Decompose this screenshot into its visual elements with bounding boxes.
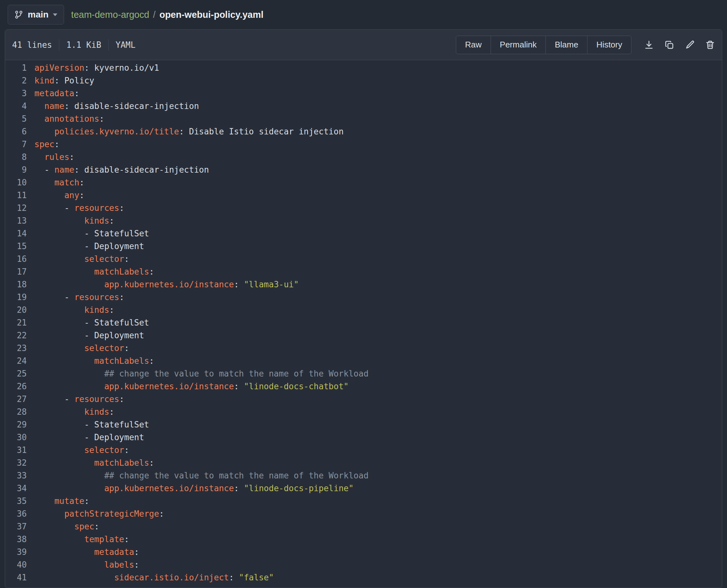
line-number[interactable]: 1	[5, 61, 35, 74]
line-number[interactable]: 21	[5, 316, 35, 329]
line-number[interactable]: 12	[5, 202, 35, 214]
code-text: ## change the value to match the name of…	[35, 469, 369, 482]
file-lines-count: 41 lines	[12, 40, 52, 50]
code-viewer: 1apiVersion: kyverno.io/v12kind: Policy3…	[5, 60, 722, 588]
line-number[interactable]: 5	[5, 112, 35, 125]
code-text: - StatefulSet	[35, 316, 149, 329]
copy-icon	[665, 40, 674, 50]
line-number[interactable]: 19	[5, 291, 35, 303]
code-line: 37 spec:	[5, 520, 722, 533]
code-text: matchLabels:	[35, 457, 154, 469]
file-header: 41 lines 1.1 KiB YAML Raw Permalink Blam…	[5, 29, 722, 60]
code-text: name: disable-sidecar-injection	[35, 100, 199, 112]
code-text: - resources:	[35, 202, 124, 214]
line-number[interactable]: 41	[5, 571, 35, 584]
file-language: YAML	[116, 40, 136, 50]
line-number[interactable]: 23	[5, 342, 35, 355]
line-number[interactable]: 27	[5, 393, 35, 405]
line-number[interactable]: 31	[5, 444, 35, 457]
line-number[interactable]: 3	[5, 87, 35, 100]
line-number[interactable]: 40	[5, 559, 35, 571]
breadcrumb-repo-link[interactable]: team-demo-argocd	[71, 9, 149, 20]
line-number[interactable]: 13	[5, 214, 35, 227]
line-number[interactable]: 6	[5, 125, 35, 138]
code-text: rules:	[35, 151, 74, 163]
code-text: apiVersion: kyverno.io/v1	[35, 61, 159, 74]
code-text: spec:	[35, 520, 99, 533]
code-line: 15 - Deployment	[5, 240, 722, 253]
line-number[interactable]: 14	[5, 227, 35, 240]
edit-button[interactable]	[685, 40, 694, 50]
code-text: - name: disable-sidecar-injection	[35, 163, 209, 176]
line-number[interactable]: 26	[5, 380, 35, 393]
line-number[interactable]: 8	[5, 151, 35, 163]
line-number[interactable]: 10	[5, 176, 35, 189]
line-number[interactable]: 11	[5, 189, 35, 202]
line-number[interactable]: 7	[5, 138, 35, 151]
code-line: 17 matchLabels:	[5, 265, 722, 278]
code-line: 30 - Deployment	[5, 431, 722, 444]
line-number[interactable]: 2	[5, 74, 35, 87]
blame-button[interactable]: Blame	[545, 36, 587, 54]
file-actions: Raw Permalink Blame History	[456, 36, 715, 54]
code-line: 12 - resources:	[5, 202, 722, 214]
line-number[interactable]: 22	[5, 329, 35, 342]
line-number[interactable]: 16	[5, 253, 35, 265]
line-number[interactable]: 17	[5, 265, 35, 278]
code-text: ## change the value to match the name of…	[35, 367, 369, 380]
code-line: 39 metadata:	[5, 546, 722, 559]
code-text: matchLabels:	[35, 355, 154, 367]
copy-button[interactable]	[665, 40, 674, 50]
code-line: 2kind: Policy	[5, 74, 722, 87]
line-number[interactable]: 34	[5, 482, 35, 495]
line-number[interactable]: 33	[5, 469, 35, 482]
trash-icon	[705, 40, 715, 50]
line-number[interactable]: 9	[5, 163, 35, 176]
download-icon	[644, 40, 654, 50]
line-number[interactable]: 38	[5, 533, 35, 546]
permalink-button[interactable]: Permalink	[491, 36, 546, 54]
line-number[interactable]: 24	[5, 355, 35, 367]
download-button[interactable]	[644, 40, 654, 50]
line-number[interactable]: 29	[5, 418, 35, 431]
line-number[interactable]: 25	[5, 367, 35, 380]
code-line: 11 any:	[5, 189, 722, 202]
code-text: app.kubernetes.io/instance: "llama3-ui"	[35, 278, 299, 291]
code-line: 28 kinds:	[5, 405, 722, 418]
code-line: 33 ## change the value to match the name…	[5, 469, 722, 482]
raw-button[interactable]: Raw	[456, 36, 491, 54]
history-button[interactable]: History	[587, 36, 631, 54]
branch-name: main	[28, 9, 48, 20]
line-number[interactable]: 32	[5, 457, 35, 469]
line-number[interactable]: 4	[5, 100, 35, 112]
code-line: 4 name: disable-sidecar-injection	[5, 100, 722, 112]
line-number[interactable]: 37	[5, 520, 35, 533]
code-text: annotations:	[35, 112, 104, 125]
code-line: 22 - Deployment	[5, 329, 722, 342]
code-text: selector:	[35, 342, 129, 355]
line-number[interactable]: 28	[5, 405, 35, 418]
line-number[interactable]: 39	[5, 546, 35, 559]
code-line: 23 selector:	[5, 342, 722, 355]
file-info: 41 lines 1.1 KiB YAML	[12, 39, 136, 51]
code-line: 18 app.kubernetes.io/instance: "llama3-u…	[5, 278, 722, 291]
line-number[interactable]: 18	[5, 278, 35, 291]
code-line: 24 matchLabels:	[5, 355, 722, 367]
code-text: any:	[35, 189, 84, 202]
code-line: 13 kinds:	[5, 214, 722, 227]
code-text: labels:	[35, 559, 139, 571]
branch-selector[interactable]: main	[8, 5, 64, 24]
line-number[interactable]: 15	[5, 240, 35, 253]
code-line: 7spec:	[5, 138, 722, 151]
delete-button[interactable]	[705, 40, 715, 50]
code-text: patchStrategicMerge:	[35, 507, 164, 520]
code-text: selector:	[35, 444, 129, 457]
line-number[interactable]: 36	[5, 507, 35, 520]
line-number[interactable]: 35	[5, 495, 35, 507]
code-text: - resources:	[35, 291, 124, 303]
code-text: kind: Policy	[35, 74, 94, 87]
code-line: 26 app.kubernetes.io/instance: "linode-d…	[5, 380, 722, 393]
line-number[interactable]: 30	[5, 431, 35, 444]
code-line: 9 - name: disable-sidecar-injection	[5, 163, 722, 176]
line-number[interactable]: 20	[5, 303, 35, 316]
